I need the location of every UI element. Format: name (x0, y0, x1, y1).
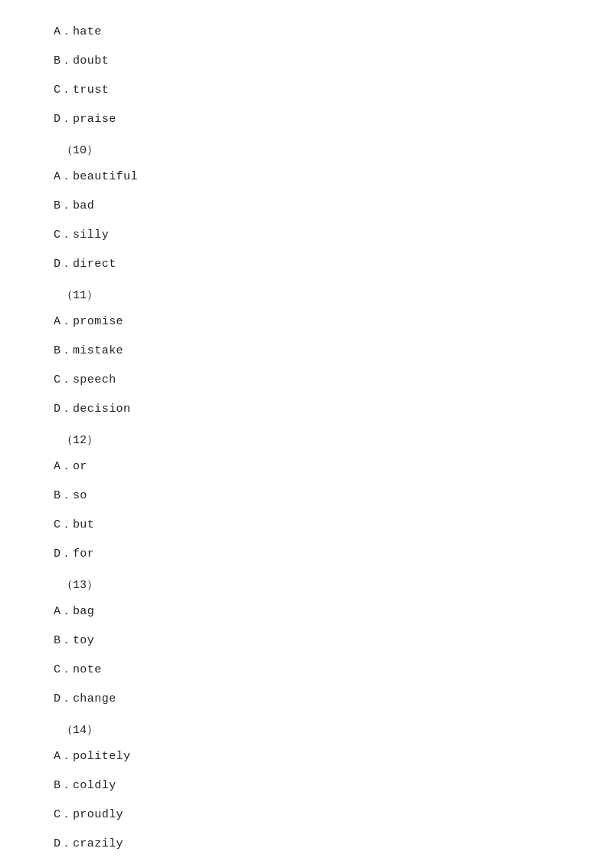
option-q5-1: B．coldly (54, 777, 559, 795)
option-q3-3: D．for (54, 545, 559, 564)
option-q2-0: A．promise (54, 313, 559, 331)
option-q2-1: B．mistake (54, 342, 559, 360)
option-q2-3: D．decision (54, 400, 559, 419)
option-q1-2: C．silly (54, 226, 559, 245)
question-number-1: （10） (54, 143, 559, 157)
option-q5-2: C．proudly (54, 806, 559, 824)
option-q2-2: C．speech (54, 371, 559, 390)
question-number-3: （12） (54, 432, 559, 447)
option-q1-3: D．direct (54, 255, 559, 274)
option-q1-0: A．beautiful (54, 168, 559, 186)
question-number-4: （13） (54, 577, 559, 592)
option-q0-1: B．doubt (54, 52, 559, 71)
option-q0-3: D．praise (54, 110, 559, 129)
question-number-5: （14） (54, 722, 559, 737)
question-number-2: （11） (54, 288, 559, 302)
option-q1-1: B．bad (54, 197, 559, 215)
option-q0-0: A．hate (54, 23, 559, 41)
option-q3-1: B．so (54, 487, 559, 505)
option-q5-3: D．crazily (54, 835, 559, 853)
option-q3-2: C．but (54, 516, 559, 534)
option-q4-1: B．toy (54, 632, 559, 650)
main-content: A．hateB．doubtC．trustD．praise（10）A．beauti… (0, 0, 613, 868)
option-q4-0: A．bag (54, 603, 559, 621)
option-q4-3: D．change (54, 690, 559, 709)
option-q4-2: C．note (54, 661, 559, 679)
option-q5-0: A．politely (54, 748, 559, 766)
option-q0-2: C．trust (54, 81, 559, 100)
option-q3-0: A．or (54, 458, 559, 476)
